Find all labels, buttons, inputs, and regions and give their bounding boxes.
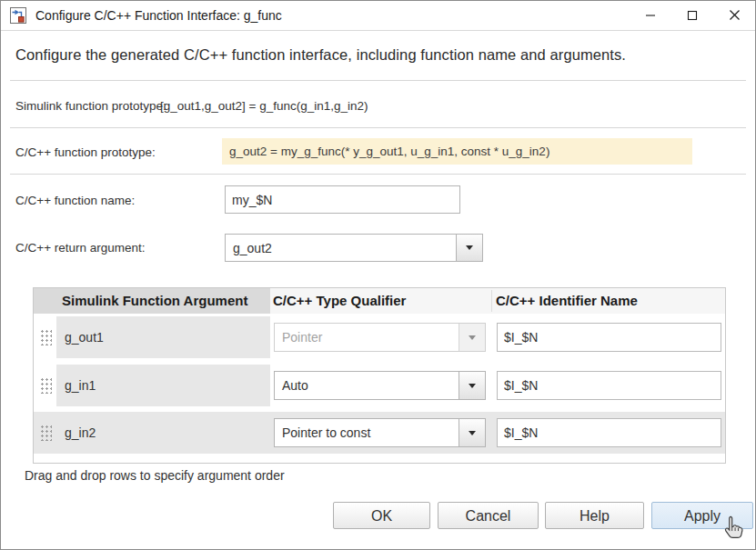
table-row[interactable]: g_in1 Auto bbox=[34, 365, 725, 406]
column-header-argument: Simulink Function Argument bbox=[62, 288, 247, 314]
type-qualifier-dropdown[interactable]: Pointer to const bbox=[274, 418, 486, 447]
return-argument-dropdown[interactable]: g_out2 bbox=[225, 234, 483, 262]
simulink-prototype-value: [g_out1,g_out2] = g_func(g_in1,g_in2) bbox=[160, 99, 368, 113]
divider bbox=[10, 80, 746, 81]
function-name-label: C/C++ function name: bbox=[15, 194, 135, 207]
argument-name-cell: g_in2 bbox=[56, 412, 270, 454]
table-row[interactable]: g_out1 Pointer bbox=[34, 316, 725, 358]
function-name-input[interactable] bbox=[225, 185, 460, 214]
c-prototype-label: C/C++ function prototype: bbox=[15, 145, 156, 159]
chevron-down-icon bbox=[469, 384, 476, 388]
identifier-name-input[interactable] bbox=[497, 371, 721, 400]
type-qualifier-dropdown: Pointer bbox=[274, 323, 486, 352]
argument-name-cell: g_out1 bbox=[56, 316, 270, 358]
titlebar: Configure C/C++ Function Interface: g_fu… bbox=[1, 1, 755, 31]
close-button[interactable] bbox=[713, 2, 755, 28]
argument-table: Simulink Function Argument C/C++ Type Qu… bbox=[33, 287, 726, 464]
apply-button[interactable]: Apply bbox=[651, 502, 753, 529]
c-prototype-value: g_out2 = my_g_func(* y_g_out1, u_g_in1, … bbox=[222, 138, 692, 165]
type-qualifier-value: Pointer bbox=[275, 324, 459, 351]
return-argument-value: g_out2 bbox=[226, 235, 456, 261]
simulink-function-icon bbox=[10, 7, 26, 24]
type-qualifier-value: Pointer to const bbox=[275, 419, 459, 446]
type-qualifier-value: Auto bbox=[275, 372, 459, 399]
dialog-description: Configure the generated C/C++ function i… bbox=[15, 46, 626, 64]
chevron-down-icon bbox=[466, 245, 473, 250]
column-header-qualifier: C/C++ Type Qualifier bbox=[273, 288, 406, 314]
type-qualifier-dropdown[interactable]: Auto bbox=[274, 371, 486, 400]
dropdown-button[interactable] bbox=[459, 372, 485, 399]
identifier-name-input[interactable] bbox=[497, 418, 721, 447]
ok-button[interactable]: OK bbox=[333, 502, 430, 529]
dropdown-button[interactable] bbox=[456, 235, 482, 261]
help-button[interactable]: Help bbox=[545, 502, 644, 529]
table-header: Simulink Function Argument C/C++ Type Qu… bbox=[34, 288, 725, 314]
drag-handle-icon[interactable] bbox=[40, 425, 52, 441]
drag-handle-icon[interactable] bbox=[40, 377, 52, 394]
cancel-button[interactable]: Cancel bbox=[438, 502, 539, 529]
argument-name-cell: g_in1 bbox=[56, 365, 270, 406]
drag-handle-icon[interactable] bbox=[40, 329, 52, 345]
chevron-down-icon bbox=[469, 335, 476, 340]
dropdown-button[interactable] bbox=[459, 419, 485, 446]
column-header-identifier: C/C++ Identifier Name bbox=[496, 288, 638, 314]
divider bbox=[10, 127, 746, 128]
minimize-button[interactable] bbox=[630, 2, 671, 28]
return-argument-label: C/C++ return argument: bbox=[15, 241, 146, 255]
divider bbox=[10, 174, 746, 175]
dropdown-button bbox=[459, 324, 485, 351]
identifier-name-input[interactable] bbox=[497, 323, 721, 352]
drag-drop-hint: Drag and drop rows to specify argument o… bbox=[25, 468, 285, 483]
simulink-prototype-label: Simulink function prototype: bbox=[15, 99, 166, 113]
maximize-button[interactable] bbox=[671, 2, 713, 28]
dialog-window: Configure C/C++ Function Interface: g_fu… bbox=[0, 0, 756, 550]
window-title: Configure C/C++ Function Interface: g_fu… bbox=[35, 1, 282, 30]
column-separator bbox=[491, 290, 492, 312]
table-row[interactable]: g_in2 Pointer to const bbox=[34, 412, 725, 454]
chevron-down-icon bbox=[469, 431, 476, 435]
